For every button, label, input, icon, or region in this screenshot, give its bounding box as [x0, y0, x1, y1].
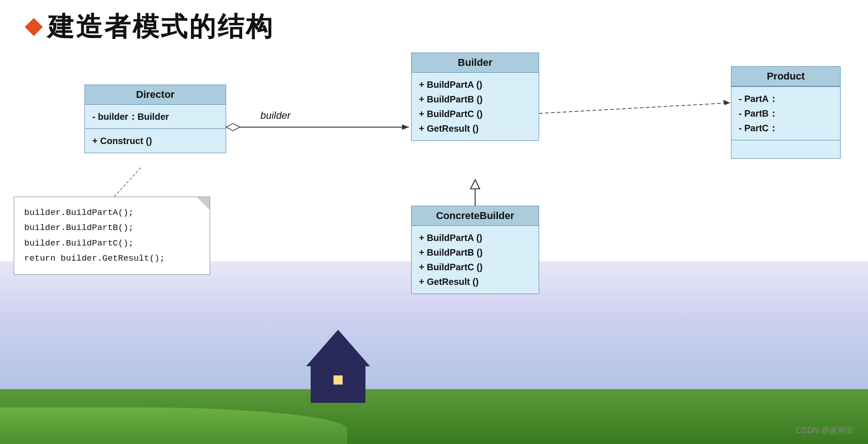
concrete-method-1: + BuildPartA () — [419, 230, 531, 245]
slide-title: 建造者模式的结构 — [48, 9, 274, 45]
code-box-corner — [197, 197, 210, 210]
code-line-4: return builder.GetResult(); — [24, 251, 200, 266]
code-line-1: builder.BuildPartA(); — [24, 205, 200, 220]
title-area: 建造者模式的结构 — [27, 9, 274, 45]
director-attributes: - builder：Builder — [85, 105, 226, 128]
watermark: CSDN @蓝裕安 — [796, 425, 854, 436]
product-header: Product — [731, 67, 840, 86]
concrete-method-3: + BuildPartC () — [419, 260, 531, 274]
slide-content: 建造者模式的结构 Director - builder：Builder + Co… — [0, 0, 868, 444]
product-class-box: Product - PartA： - PartB： - PartC： — [731, 66, 841, 159]
builder-method-4: + GetResult () — [419, 121, 531, 136]
director-methods: + Construct () — [85, 129, 226, 153]
builder-method-3: + BuildPartC () — [419, 107, 531, 121]
director-method-line: + Construct () — [92, 134, 218, 148]
concrete-method-4: + GetResult () — [419, 274, 531, 289]
title-diamond — [25, 18, 43, 36]
code-snippet-box: builder.BuildPartA(); builder.BuildPartB… — [14, 197, 210, 275]
builder-methods: + BuildPartA () + BuildPartB () + BuildP… — [412, 73, 539, 140]
concrete-builder-methods: + BuildPartA () + BuildPartB () + BuildP… — [412, 226, 539, 294]
code-line-3: builder.BuildPartC(); — [24, 236, 200, 251]
director-header: Director — [85, 85, 226, 105]
concrete-builder-class-box: ConcreteBuilder + BuildPartA () + BuildP… — [411, 206, 539, 294]
product-attr-3: - PartC： — [739, 121, 833, 135]
builder-header: Builder — [412, 53, 539, 73]
product-attr-1: - PartA： — [739, 91, 833, 106]
director-attr-line: - builder：Builder — [92, 109, 218, 124]
builder-class-box: Builder + BuildPartA () + BuildPartB () … — [411, 53, 539, 141]
code-line-2: builder.BuildPartB(); — [24, 220, 200, 235]
product-attr-2: - PartB： — [739, 106, 833, 121]
builder-method-2: + BuildPartB () — [419, 92, 531, 107]
concrete-method-2: + BuildPartB () — [419, 245, 531, 260]
concrete-builder-header: ConcreteBuilder — [412, 206, 539, 226]
builder-method-1: + BuildPartA () — [419, 77, 531, 92]
director-class-box: Director - builder：Builder + Construct (… — [85, 85, 226, 153]
product-attributes: - PartA： - PartB： - PartC： — [731, 86, 840, 140]
